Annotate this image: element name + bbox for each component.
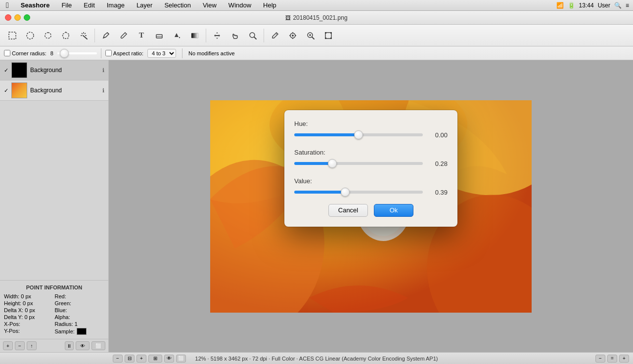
canvas-area[interactable]: Hue: 0.00 Saturation: 0.28 xyxy=(109,60,633,352)
eyedropper-tool[interactable] xyxy=(267,27,283,44)
zoom-out-button[interactable]: − xyxy=(113,355,123,363)
cancel-button[interactable]: Cancel xyxy=(328,204,368,217)
toolbar-separator-1 xyxy=(94,29,95,42)
point-deltay-row: Delta Y: 0 px xyxy=(4,314,54,320)
remove-layer-button[interactable]: − xyxy=(15,341,25,350)
saturation-slider-container: 0.28 xyxy=(294,160,448,167)
layer-1-info[interactable]: ℹ xyxy=(102,87,104,94)
zoom-fit-button[interactable]: ⊟ xyxy=(125,355,135,363)
corner-radius-check[interactable]: Corner radius: xyxy=(4,50,46,56)
eraser-tool[interactable] xyxy=(151,27,168,44)
magnify-loupe-tool[interactable] xyxy=(302,27,319,44)
aspect-ratio-select[interactable]: 4 to 3 xyxy=(147,49,176,58)
layer-0-info[interactable]: ℹ xyxy=(102,67,104,74)
menu-layer[interactable]: Layer xyxy=(135,1,155,9)
value-value: 0.39 xyxy=(428,189,448,196)
gradient-tool[interactable] xyxy=(186,27,203,44)
svg-line-14 xyxy=(254,37,256,39)
zoom-in-button[interactable]: + xyxy=(136,355,146,363)
elliptical-select-tool[interactable] xyxy=(22,27,39,44)
point-info-grid: Width: 0 px Red: Height: 0 px Green: Del… xyxy=(4,293,104,335)
radius-value: 1 xyxy=(75,321,78,327)
color-sampler-tool[interactable] xyxy=(284,27,301,44)
add-layer-button[interactable]: + xyxy=(3,341,13,350)
statusbar: − ⊟ + ⊞ 👁 ⬜ 12% · 5198 x 3462 px · 72 dp… xyxy=(0,352,633,364)
ok-button[interactable]: Ok xyxy=(374,204,413,217)
value-row: Value: 0.39 xyxy=(294,177,448,196)
layer-item-1[interactable]: ✓ Background ℹ xyxy=(0,81,108,101)
menubar-right: 📶 🔋 13:44 User 🔍 ≡ xyxy=(556,2,629,9)
corner-radius-value: 8 xyxy=(50,50,53,56)
list-icon[interactable]: ≡ xyxy=(626,2,629,9)
menu-image[interactable]: Image xyxy=(105,1,127,9)
sidebar-spacer xyxy=(0,101,108,280)
menu-view[interactable]: View xyxy=(201,1,219,9)
magic-wand-tool[interactable] xyxy=(75,27,92,44)
toolbar-separator-3 xyxy=(264,29,264,42)
zoom-canvas-tool[interactable] xyxy=(244,27,261,44)
menu-selection[interactable]: Selection xyxy=(162,1,192,9)
saturation-row: Saturation: 0.28 xyxy=(294,149,448,167)
svg-rect-29 xyxy=(325,38,326,39)
minimize-button[interactable] xyxy=(14,14,21,21)
main-area: ✓ Background ℹ ✓ Background ℹ POINT INFO… xyxy=(0,60,633,352)
copy-layer-button[interactable]: ⬜ xyxy=(91,341,105,350)
aspect-ratio-check[interactable]: Aspect ratio: xyxy=(105,50,143,56)
layer-0-visible[interactable]: ✓ xyxy=(4,67,8,74)
value-slider[interactable] xyxy=(294,191,423,194)
search-icon[interactable]: 🔍 xyxy=(614,2,622,9)
menu-edit[interactable]: Edit xyxy=(82,1,96,9)
point-red-row: Red: xyxy=(55,293,105,299)
zoom-minus-button[interactable]: − xyxy=(595,355,605,363)
red-label: Red: xyxy=(55,293,66,299)
maximize-button[interactable] xyxy=(24,14,30,21)
extra-button[interactable]: ⬜ xyxy=(176,355,186,363)
apple-menu[interactable]:  xyxy=(4,1,11,10)
hand-tool[interactable] xyxy=(226,27,243,44)
menubar:  Seashore File Edit Image Layer Selecti… xyxy=(0,0,633,11)
sidebar: ✓ Background ℹ ✓ Background ℹ POINT INFO… xyxy=(0,60,109,352)
move-layer-up-button[interactable]: ↑ xyxy=(27,341,37,350)
ypos-label: Y-Pos: xyxy=(4,328,20,334)
saturation-value: 0.28 xyxy=(428,160,448,167)
corner-radius-slider[interactable] xyxy=(57,52,97,54)
preview-button[interactable]: 👁 xyxy=(164,355,174,363)
rectangular-select-tool[interactable] xyxy=(4,27,21,44)
corner-radius-checkbox[interactable] xyxy=(4,50,10,56)
layers-panel-button[interactable]: ⏸ xyxy=(65,341,74,350)
move-tool[interactable] xyxy=(209,27,226,44)
saturation-slider[interactable] xyxy=(294,162,423,165)
deltay-label: Delta Y: xyxy=(4,314,23,320)
lasso-tool[interactable] xyxy=(40,27,56,44)
transform-tool[interactable] xyxy=(320,27,337,44)
hue-slider[interactable] xyxy=(294,133,423,136)
point-alpha-row: Alpha: xyxy=(55,314,105,320)
height-label: Height: xyxy=(4,300,21,306)
menu-time: 13:44 xyxy=(579,2,594,9)
aspect-ratio-checkbox[interactable] xyxy=(105,50,112,56)
text-tool[interactable]: T xyxy=(133,27,150,44)
zoom-eq-button[interactable]: = xyxy=(607,355,617,363)
svg-line-15 xyxy=(276,34,277,35)
menu-window[interactable]: Window xyxy=(226,1,253,9)
layer-item-0[interactable]: ✓ Background ℹ xyxy=(0,60,108,81)
layers-toggle-button[interactable]: ⊞ xyxy=(148,355,162,363)
zoom-plus-button[interactable]: + xyxy=(619,355,629,363)
layer-1-visible[interactable]: ✓ xyxy=(4,87,8,94)
blue-label: Blue: xyxy=(55,307,67,313)
corner-radius-label: Corner radius: xyxy=(12,50,46,56)
svg-rect-12 xyxy=(191,33,198,38)
fill-tool[interactable] xyxy=(169,27,185,44)
deltax-label: Delta X: xyxy=(4,307,23,313)
menu-seashore[interactable]: Seashore xyxy=(19,1,52,9)
eye-button[interactable]: 👁 xyxy=(76,341,90,350)
close-button[interactable] xyxy=(5,14,11,21)
alpha-label: Alpha: xyxy=(55,314,70,320)
polygon-select-tool[interactable] xyxy=(57,27,74,44)
brush-tool[interactable] xyxy=(115,27,132,44)
hue-row: Hue: 0.00 xyxy=(294,120,448,139)
layer-0-thumbnail xyxy=(11,62,27,78)
menu-help[interactable]: Help xyxy=(261,1,278,9)
menu-file[interactable]: File xyxy=(59,1,74,9)
pencil-tool[interactable] xyxy=(97,27,114,44)
